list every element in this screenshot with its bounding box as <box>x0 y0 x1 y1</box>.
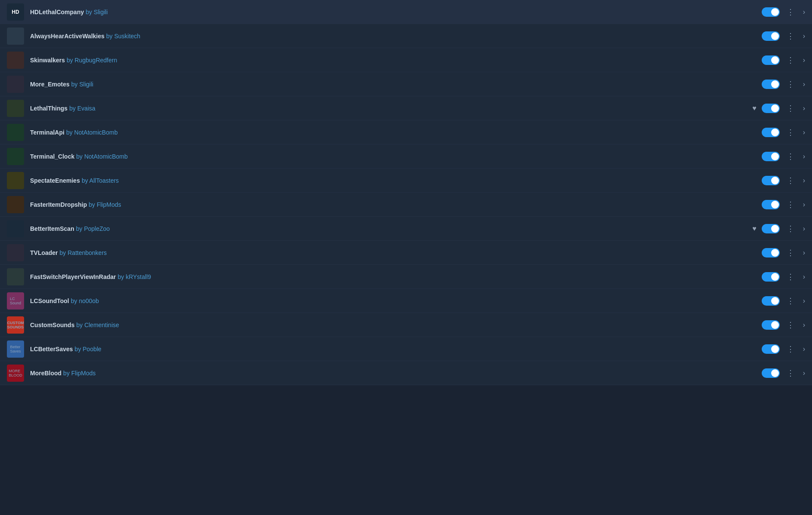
mod-name-hdlethalcompany: HDLethalCompany <box>30 9 84 15</box>
mod-controls-lcsoundtool: ⋮› <box>762 294 805 307</box>
chevron-icon-tvloader[interactable]: › <box>803 249 805 257</box>
mod-name-betteritemscan: BetterItemScan <box>30 225 74 232</box>
toggle-terminalapi[interactable] <box>762 128 780 137</box>
dots-menu-alwayshearactivewalkies[interactable]: ⋮ <box>785 30 796 43</box>
mod-author-terminalapi: by NotAtomicBomb <box>66 129 118 136</box>
mod-author-lcbettersaves: by Pooble <box>75 346 101 353</box>
chevron-icon-lcbettersaves[interactable]: › <box>803 345 805 353</box>
mod-controls-moreblood: ⋮› <box>762 367 805 380</box>
mod-icon-customsounds: CUSTOM SOUNDS <box>7 316 24 334</box>
chevron-icon-spectateenemies[interactable]: › <box>803 177 805 184</box>
chevron-icon-terminal_clock[interactable]: › <box>803 153 805 160</box>
dots-menu-skinwalkers[interactable]: ⋮ <box>785 54 796 67</box>
mod-row-spectateenemies: SpectateEnemies by AllToasters⋮› <box>0 169 812 193</box>
chevron-icon-customsounds[interactable]: › <box>803 321 805 329</box>
mod-controls-fastswitchplayerviewinradar: ⋮› <box>762 270 805 283</box>
mod-controls-lethalthings: ♥⋮› <box>752 102 805 115</box>
mod-name-area-more_emotes: More_Emotes by Sligili <box>30 81 762 88</box>
dots-menu-lethalthings[interactable]: ⋮ <box>785 102 796 115</box>
toggle-alwayshearactivewalkies[interactable] <box>762 31 780 41</box>
dots-menu-lcsoundtool[interactable]: ⋮ <box>785 294 796 307</box>
mod-icon-lcsoundtool: LC Sound <box>7 292 24 310</box>
dots-menu-terminalapi[interactable]: ⋮ <box>785 126 796 139</box>
mod-author-more_emotes: by Sligili <box>71 81 93 88</box>
chevron-icon-more_emotes[interactable]: › <box>803 80 805 88</box>
mod-name-area-moreblood: MoreBlood by FlipMods <box>30 370 762 377</box>
chevron-icon-fastswitchplayerviewinradar[interactable]: › <box>803 273 805 281</box>
mod-name-alwayshearactivewalkies: AlwaysHearActiveWalkies <box>30 33 104 40</box>
mod-author-fasteritemdropship: by FlipMods <box>89 201 121 208</box>
mod-controls-customsounds: ⋮› <box>762 319 805 331</box>
mod-row-more_emotes: More_Emotes by Sligili⋮› <box>0 72 812 96</box>
dots-menu-hdlethalcompany[interactable]: ⋮ <box>785 6 796 18</box>
mod-name-area-hdlethalcompany: HDLethalCompany by Sligili <box>30 9 762 15</box>
mod-controls-betteritemscan: ♥⋮› <box>752 222 805 235</box>
chevron-icon-lethalthings[interactable]: › <box>803 104 805 112</box>
dots-menu-terminal_clock[interactable]: ⋮ <box>785 150 796 163</box>
heart-icon-lethalthings[interactable]: ♥ <box>752 104 757 112</box>
mod-author-lethalthings: by Evaisa <box>69 105 95 112</box>
mod-icon-lcbettersaves: Better Saves <box>7 340 24 358</box>
chevron-icon-hdlethalcompany[interactable]: › <box>803 8 805 16</box>
mod-name-terminal_clock: Terminal_Clock <box>30 153 74 160</box>
toggle-moreblood[interactable] <box>762 368 780 378</box>
dots-menu-moreblood[interactable]: ⋮ <box>785 367 796 380</box>
dots-menu-fastswitchplayerviewinradar[interactable]: ⋮ <box>785 270 796 283</box>
mod-icon-more_emotes <box>7 76 24 93</box>
dots-menu-betteritemscan[interactable]: ⋮ <box>785 222 796 235</box>
toggle-more_emotes[interactable] <box>762 80 780 89</box>
mod-controls-more_emotes: ⋮› <box>762 78 805 91</box>
mod-name-customsounds: CustomSounds <box>30 322 74 328</box>
chevron-icon-alwayshearactivewalkies[interactable]: › <box>803 32 805 40</box>
mod-author-alwayshearactivewalkies: by Suskitech <box>106 33 140 40</box>
mod-name-area-lethalthings: LethalThings by Evaisa <box>30 105 752 112</box>
mod-row-hdlethalcompany: HDHDLethalCompany by Sligili⋮› <box>0 0 812 24</box>
mod-controls-terminalapi: ⋮› <box>762 126 805 139</box>
chevron-icon-moreblood[interactable]: › <box>803 369 805 377</box>
mod-row-terminalapi: TerminalApi by NotAtomicBomb⋮› <box>0 120 812 144</box>
toggle-terminal_clock[interactable] <box>762 152 780 161</box>
dots-menu-customsounds[interactable]: ⋮ <box>785 319 796 331</box>
mod-icon-lethalthings <box>7 100 24 117</box>
toggle-hdlethalcompany[interactable] <box>762 7 780 17</box>
mod-row-lcsoundtool: LC SoundLCSoundTool by no00ob⋮› <box>0 289 812 313</box>
toggle-lcbettersaves[interactable] <box>762 344 780 354</box>
dots-menu-tvloader[interactable]: ⋮ <box>785 246 796 259</box>
mod-row-terminal_clock: Terminal_Clock by NotAtomicBomb⋮› <box>0 144 812 169</box>
mod-row-tvloader: TVLoader by Rattenbonkers⋮› <box>0 241 812 265</box>
toggle-spectateenemies[interactable] <box>762 176 780 185</box>
mod-icon-fasteritemdropship <box>7 196 24 213</box>
chevron-icon-lcsoundtool[interactable]: › <box>803 297 805 305</box>
mod-icon-fastswitchplayerviewinradar <box>7 268 24 285</box>
heart-icon-betteritemscan[interactable]: ♥ <box>752 225 757 233</box>
mod-row-customsounds: CUSTOM SOUNDSCustomSounds by Clementinis… <box>0 313 812 337</box>
mod-author-fastswitchplayerviewinradar: by kRYstall9 <box>118 273 151 280</box>
mod-controls-tvloader: ⋮› <box>762 246 805 259</box>
mod-author-lcsoundtool: by no00ob <box>71 297 99 304</box>
mod-name-area-terminalapi: TerminalApi by NotAtomicBomb <box>30 129 762 136</box>
chevron-icon-terminalapi[interactable]: › <box>803 129 805 136</box>
mod-name-area-alwayshearactivewalkies: AlwaysHearActiveWalkies by Suskitech <box>30 33 762 40</box>
toggle-skinwalkers[interactable] <box>762 55 780 65</box>
toggle-fasteritemdropship[interactable] <box>762 200 780 209</box>
dots-menu-more_emotes[interactable]: ⋮ <box>785 78 796 91</box>
chevron-icon-skinwalkers[interactable]: › <box>803 56 805 64</box>
dots-menu-spectateenemies[interactable]: ⋮ <box>785 174 796 187</box>
chevron-icon-betteritemscan[interactable]: › <box>803 225 805 233</box>
mod-controls-terminal_clock: ⋮› <box>762 150 805 163</box>
toggle-lethalthings[interactable] <box>762 104 780 113</box>
mod-name-more_emotes: More_Emotes <box>30 81 70 88</box>
toggle-fastswitchplayerviewinradar[interactable] <box>762 272 780 282</box>
toggle-betteritemscan[interactable] <box>762 224 780 233</box>
toggle-tvloader[interactable] <box>762 248 780 258</box>
dots-menu-fasteritemdropship[interactable]: ⋮ <box>785 198 796 211</box>
toggle-customsounds[interactable] <box>762 320 780 330</box>
mod-name-area-lcbettersaves: LCBetterSaves by Pooble <box>30 346 762 353</box>
chevron-icon-fasteritemdropship[interactable]: › <box>803 201 805 208</box>
mod-row-moreblood: MORE BLOODMoreBlood by FlipMods⋮› <box>0 361 812 385</box>
dots-menu-lcbettersaves[interactable]: ⋮ <box>785 343 796 356</box>
mod-name-area-fastswitchplayerviewinradar: FastSwitchPlayerViewInRadar by kRYstall9 <box>30 273 762 280</box>
mod-name-area-skinwalkers: Skinwalkers by RugbugRedfern <box>30 57 762 64</box>
toggle-lcsoundtool[interactable] <box>762 296 780 306</box>
mod-controls-hdlethalcompany: ⋮› <box>762 6 805 18</box>
